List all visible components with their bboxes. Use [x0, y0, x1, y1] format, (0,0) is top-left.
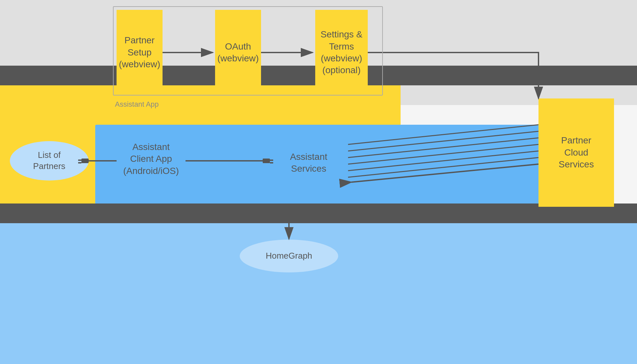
partner-setup-label: PartnerSetup(webview)	[119, 34, 160, 70]
list-of-partners-ellipse: List ofPartners	[10, 141, 89, 181]
partner-setup-box: PartnerSetup(webview)	[117, 10, 163, 95]
settings-terms-box: Settings &Terms(webview)(optional)	[315, 10, 368, 95]
partner-cloud-box: PartnerCloudServices	[538, 98, 614, 207]
list-of-partners-label: List ofPartners	[33, 150, 65, 172]
partner-cloud-label: PartnerCloudServices	[559, 135, 594, 170]
assistant-app-section-label: Assistant App	[115, 100, 159, 109]
homegraph-ellipse: HomeGraph	[240, 240, 338, 272]
oauth-label: OAuth(webview)	[217, 41, 259, 65]
settings-terms-label: Settings &Terms(webview)(optional)	[320, 29, 362, 76]
assistant-services-label: AssistantServices	[273, 151, 345, 175]
oauth-box: OAuth(webview)	[215, 10, 261, 95]
homegraph-label: HomeGraph	[266, 250, 312, 262]
assistant-client-label: AssistantClient App(Android/iOS)	[118, 141, 184, 177]
